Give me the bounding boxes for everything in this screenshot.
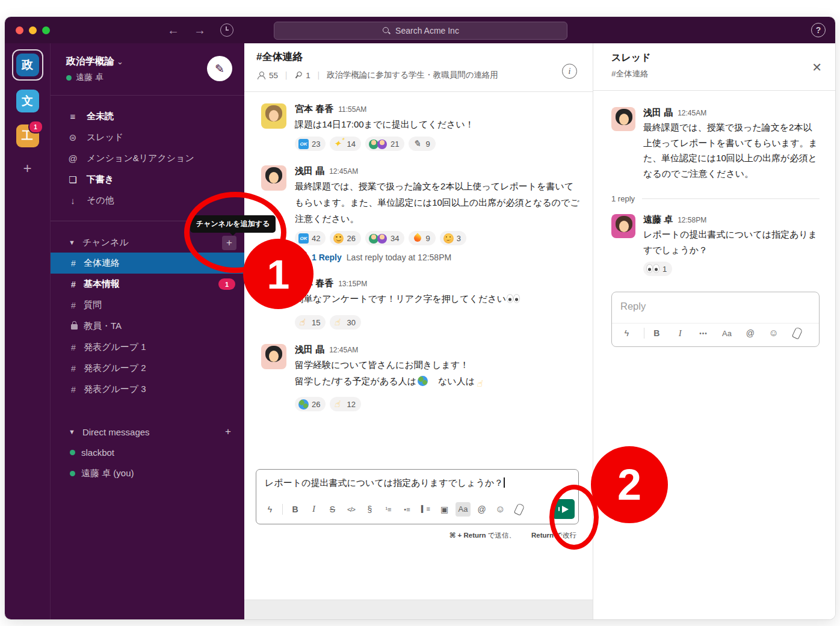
avatar[interactable]: [611, 214, 635, 238]
reply-count-link[interactable]: 1 Reply: [312, 253, 342, 262]
add-dm-button[interactable]: +: [221, 425, 235, 439]
avatar[interactable]: [261, 103, 286, 129]
sidebar-channel-kihon-joho[interactable]: # 基本情報 1: [51, 274, 245, 295]
thread-link[interactable]: 1 Reply Last reply today at 12:58PM: [295, 251, 581, 263]
bold-button[interactable]: B: [649, 326, 664, 340]
channel-description[interactable]: 政治学概論に参加する学生・教職員間の連絡用: [327, 70, 498, 81]
dm-self[interactable]: 遠藤 卓 (you): [51, 463, 245, 484]
close-window-button[interactable]: [16, 26, 23, 34]
window-controls[interactable]: [16, 26, 50, 34]
channels-section-header[interactable]: ▼ チャンネル: [51, 232, 245, 253]
new-message-button[interactable]: ✎: [207, 56, 232, 81]
help-button[interactable]: ?: [811, 23, 826, 37]
blockquote-button[interactable]: ▍≡: [418, 502, 433, 517]
avatar[interactable]: [261, 344, 286, 369]
reaction-fire[interactable]: 9: [409, 231, 435, 245]
workspace-menu-button[interactable]: 政治学概論⌄: [66, 55, 123, 68]
formatting-toggle-button[interactable]: Aa: [456, 502, 471, 517]
search-input[interactable]: Search Acme Inc: [274, 22, 567, 40]
attach-button[interactable]: [789, 326, 804, 340]
thread-channel[interactable]: #全体連絡: [611, 69, 649, 79]
workspace-switcher-active[interactable]: 政: [12, 49, 43, 81]
shortcuts-lightning-icon[interactable]: ϟ: [262, 502, 277, 517]
message-author[interactable]: 浅田 晶: [295, 344, 324, 355]
message-author[interactable]: 宮本 春香: [295, 103, 333, 115]
avatar[interactable]: [261, 165, 286, 191]
reaction-sparkles[interactable]: 14: [330, 137, 360, 151]
message-composer[interactable]: レポートの提出書式については指定ありますでしょうか？ ϟ B I S </> §…: [256, 469, 579, 524]
pin-count[interactable]: 1: [306, 71, 310, 80]
thread-reply-composer[interactable]: Reply ϟ B I ••• Aa @ ☺: [611, 292, 820, 347]
italic-button[interactable]: I: [673, 326, 688, 340]
message-author[interactable]: 宮本 春香: [295, 278, 333, 289]
mention-button[interactable]: @: [743, 326, 758, 340]
reaction-smirk[interactable]: 3: [440, 231, 466, 245]
history-forward-button[interactable]: →: [191, 22, 208, 38]
reaction-point-up[interactable]: 30: [330, 315, 360, 330]
zoom-window-button[interactable]: [42, 26, 50, 34]
ordered-list-button[interactable]: ¹≡: [381, 502, 396, 517]
emoji-button[interactable]: ☺: [766, 326, 781, 340]
attach-button[interactable]: [511, 502, 527, 517]
more-options-button[interactable]: •••: [696, 326, 711, 340]
dm-section-header[interactable]: ▼ Direct messages +: [51, 422, 245, 442]
sidebar-channel-happyo-group-3[interactable]: # 発表グループ 3: [51, 379, 245, 400]
minimize-window-button[interactable]: [29, 26, 37, 34]
sidebar-item-threads[interactable]: ⊜ スレッド: [51, 127, 245, 148]
formatting-toggle-button[interactable]: Aa: [720, 326, 735, 340]
workspace-switcher[interactable]: 文: [13, 87, 42, 115]
add-channel-button[interactable]: +: [222, 236, 236, 250]
reaction-globe[interactable]: 26: [295, 397, 326, 411]
reaction-pen[interactable]: 9: [409, 137, 435, 151]
send-button[interactable]: [552, 499, 575, 519]
message-author[interactable]: 浅田 晶: [643, 107, 673, 118]
sidebar-channel-zentai-renraku[interactable]: # 全体連絡: [51, 253, 245, 274]
sidebar-item-mentions[interactable]: @ メンション&リアクション: [51, 148, 245, 169]
sidebar-item-more[interactable]: ↓ その他: [51, 190, 245, 211]
composer-input[interactable]: レポートの提出書式については指定ありますでしょうか？: [256, 470, 578, 496]
reaction-smile[interactable]: 26: [330, 231, 360, 245]
message-author[interactable]: 遠藤 卓: [643, 214, 673, 226]
avatar[interactable]: [261, 278, 286, 303]
sidebar-channel-happyo-group-1[interactable]: # 発表グループ 1: [51, 337, 245, 358]
channel-title[interactable]: #全体連絡: [256, 50, 303, 64]
hash-icon: #: [71, 280, 78, 289]
bold-button[interactable]: B: [288, 502, 303, 517]
dm-slackbot[interactable]: slackbot: [51, 442, 245, 463]
sidebar-item-all-unreads[interactable]: ≡ 全未読: [51, 106, 245, 127]
reaction-person-ok[interactable]: 21: [365, 137, 404, 151]
workspace-icon-1[interactable]: 政: [16, 54, 39, 76]
reaction-eyes[interactable]: 1: [643, 262, 672, 276]
sidebar-item-drafts[interactable]: ❏ 下書き: [51, 169, 245, 190]
channel-info-button[interactable]: i: [562, 64, 577, 79]
close-icon[interactable]: ✕: [812, 60, 822, 75]
member-count[interactable]: 55: [269, 71, 278, 80]
message-author[interactable]: 浅田 晶: [295, 165, 324, 177]
emoji-button[interactable]: ☺: [493, 502, 508, 517]
strikethrough-button[interactable]: S: [325, 502, 340, 517]
workspace-icon-3[interactable]: 工 1: [16, 124, 39, 147]
reaction-ok[interactable]: 23: [295, 137, 326, 151]
history-clock-icon[interactable]: [220, 23, 233, 37]
reaction-ok[interactable]: 42: [295, 231, 326, 245]
sidebar-channel-happyo-group-2[interactable]: # 発表グループ 2: [51, 358, 245, 379]
sidebar-channel-shitsumon[interactable]: # 質問: [51, 295, 245, 316]
workspace-icon-2[interactable]: 文: [16, 90, 39, 112]
add-workspace-button[interactable]: +: [5, 160, 50, 177]
paperclip-icon: [791, 327, 802, 339]
italic-button[interactable]: I: [306, 502, 321, 517]
bullet-list-button[interactable]: •≡: [400, 502, 415, 517]
workspace-switcher[interactable]: 工 1: [13, 121, 42, 150]
sidebar-channel-kyoin-ta[interactable]: 教員・TA: [51, 316, 245, 337]
link-button[interactable]: §: [362, 502, 377, 517]
code-block-button[interactable]: ▣: [437, 502, 452, 517]
history-back-button[interactable]: ←: [165, 22, 182, 38]
shortcuts-lightning-icon[interactable]: ϟ: [619, 326, 634, 340]
reply-input[interactable]: Reply: [612, 292, 819, 323]
reaction-point-up[interactable]: 12: [330, 397, 360, 411]
code-button[interactable]: </>: [344, 502, 359, 517]
mention-button[interactable]: @: [474, 502, 489, 517]
reaction-thumbs-up[interactable]: 15: [295, 315, 326, 330]
avatar[interactable]: [611, 107, 635, 131]
reaction-person-ok[interactable]: 34: [365, 231, 404, 245]
